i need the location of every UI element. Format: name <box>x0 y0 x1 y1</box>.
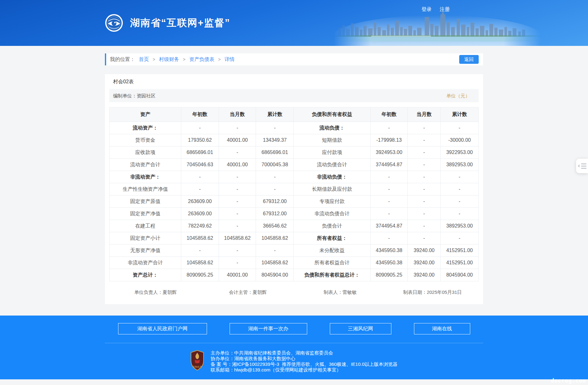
col-current-month: 当月数 <box>219 107 256 122</box>
back-button[interactable]: 返回 <box>459 55 479 64</box>
value-cell: - <box>408 134 441 146</box>
breadcrumb-detail[interactable]: 详情 <box>225 56 235 63</box>
col-year-start: 年初数 <box>370 107 408 122</box>
register-link[interactable]: 注册 <box>440 6 450 13</box>
value-cell: - <box>219 208 256 220</box>
report-title: 村会02表 <box>109 74 479 89</box>
year-start-value[interactable]: 4345950.38 <box>370 257 408 269</box>
value-cell: - <box>440 208 478 220</box>
year-start-value[interactable]: 1045858.62 <box>181 232 219 245</box>
year-start-value[interactable]: - <box>181 122 219 134</box>
row-label: 流动资产： <box>110 122 181 134</box>
year-start-value[interactable]: - <box>370 171 408 183</box>
breadcrumb-village-finance[interactable]: 村级财务 <box>159 56 179 63</box>
login-link[interactable]: 登录 <box>422 6 432 13</box>
table-row: 非流动资产合计1045858.62-1045858.62所有者权益合计43459… <box>110 257 479 269</box>
value-cell: 40001.00 <box>219 134 256 146</box>
value-cell: - <box>408 183 441 195</box>
year-start-value[interactable]: 4345950.38 <box>370 245 408 257</box>
year-start-value[interactable]: - <box>181 171 219 183</box>
row-label: 资产总计： <box>110 269 181 281</box>
value-cell: - <box>256 245 294 257</box>
report-card: 村会02表 编制单位：资园社区 单位（元） 资产 年初数 当月数 累计数 负债和… <box>105 74 483 304</box>
year-start-value[interactable]: 3744954.87 <box>370 220 408 232</box>
value-cell: - <box>408 122 441 134</box>
value-cell: - <box>256 183 294 195</box>
breadcrumb-bar: 我的位置： 首页 > 村级财务 > 资产负债表 > 详情 返回 <box>105 53 483 65</box>
year-start-value[interactable]: - <box>181 245 219 257</box>
footer-link-hunan-gov[interactable]: 湖南省人民政府门户网 <box>118 323 207 334</box>
year-start-value[interactable]: 8090905.25 <box>181 269 219 281</box>
footer-link-sanxiang[interactable]: 三湘风纪网 <box>330 323 391 334</box>
year-start-value[interactable]: -179998.13 <box>370 134 408 146</box>
table-row: 非流动资产：---非流动负债：--- <box>110 171 479 183</box>
footer-links: 湖南省人民政府门户网 湖南一件事一次办 三湘风纪网 湖南在线 <box>0 323 588 334</box>
year-start-value[interactable]: 263609.00 <box>181 208 219 220</box>
footer-link-hunan-online[interactable]: 湖南在线 <box>414 323 470 334</box>
breadcrumb-separator: > <box>153 57 155 62</box>
year-start-value[interactable]: 179350.62 <box>181 134 219 146</box>
year-start-value[interactable]: 782249.62 <box>181 220 219 232</box>
footer-link-one-thing[interactable]: 湖南一件事一次办 <box>230 323 307 334</box>
currency-unit: 单位（元） <box>446 93 470 99</box>
year-start-value[interactable]: 8090905.25 <box>370 269 408 281</box>
year-start-value[interactable]: - <box>370 183 408 195</box>
col-cumulative: 累计数 <box>440 107 478 122</box>
footer-line-host: 主办单位：中共湖南省纪律检查委员会、湖南省监察委员会 <box>210 350 397 356</box>
value-cell: 366546.62 <box>256 220 294 232</box>
col-year-start: 年初数 <box>181 107 219 122</box>
breadcrumb-home[interactable]: 首页 <box>139 56 149 63</box>
table-body: 流动资产：---流动负债：---货币资金179350.6240001.00134… <box>110 122 479 281</box>
year-start-value[interactable]: - <box>370 195 408 208</box>
row-label: 应收款项 <box>110 146 181 159</box>
site-title: 湖南省“互联网+监督” <box>130 16 230 30</box>
row-label: 在建工程 <box>110 220 181 232</box>
value-cell: 3922953.00 <box>440 146 478 159</box>
year-start-value[interactable]: 6865696.01 <box>181 146 219 159</box>
row-label: 长期借款及应付款 <box>294 183 370 195</box>
value-cell: 6865696.01 <box>256 146 294 159</box>
year-start-value[interactable]: - <box>370 232 408 245</box>
row-label: 固定资产净值 <box>110 208 181 220</box>
value-cell: -30000.00 <box>440 134 478 146</box>
footer-divider <box>105 343 483 343</box>
value-cell: - <box>408 208 441 220</box>
year-start-value[interactable]: - <box>370 122 408 134</box>
eye-logo-icon <box>105 14 123 32</box>
signer-info: 制表人：雷敏敏 <box>294 289 386 295</box>
value-cell: - <box>408 159 441 171</box>
breadcrumb-label: 我的位置： <box>110 56 135 63</box>
row-label: 未分配收益 <box>294 245 370 257</box>
year-start-value[interactable]: 3924953.00 <box>370 146 408 159</box>
year-start-value[interactable]: 7045046.63 <box>181 159 219 171</box>
row-label: 负债和所有者权益总计： <box>294 269 370 281</box>
value-cell: - <box>219 220 256 232</box>
table-row: 生产性生物资产净值---长期借款及应付款--- <box>110 183 479 195</box>
row-label: 非流动资产： <box>110 171 181 183</box>
year-start-value[interactable]: - <box>370 208 408 220</box>
government-badge-icon: 党政机关 <box>190 350 204 371</box>
breadcrumb-separator: > <box>218 57 220 62</box>
table-row: 流动资产：---流动负债：--- <box>110 122 479 134</box>
row-label: 流动负债合计 <box>294 159 370 171</box>
value-cell: 4152951.00 <box>440 257 478 269</box>
breadcrumb-balance-sheet[interactable]: 资产负债表 <box>189 56 214 63</box>
site-header: 湖南省“互联网+监督” 登录 注册 <box>0 0 588 46</box>
year-start-value[interactable]: - <box>181 183 219 195</box>
value-cell: 7000045.38 <box>256 159 294 171</box>
year-start-value[interactable]: 1045858.62 <box>181 257 219 269</box>
table-row: 固定资产原值263609.00-679312.00专项应付款--- <box>110 195 479 208</box>
value-cell: 8045904.00 <box>256 269 294 281</box>
sidebar-toggle[interactable] <box>576 159 588 173</box>
value-cell: 40001.00 <box>219 269 256 281</box>
year-start-value[interactable]: 263609.00 <box>181 195 219 208</box>
value-cell: 1045858.62 <box>256 232 294 245</box>
value-cell: - <box>219 146 256 159</box>
table-row: 固定资产净值263609.00-679312.00非流动负债合计--- <box>110 208 479 220</box>
col-cumulative: 累计数 <box>256 107 294 122</box>
value-cell: - <box>256 171 294 183</box>
value-cell: - <box>440 183 478 195</box>
row-label: 非流动负债合计 <box>294 208 370 220</box>
year-start-value[interactable]: 3744954.87 <box>370 159 408 171</box>
col-liabilities-equity: 负债和所有者权益 <box>294 107 370 122</box>
